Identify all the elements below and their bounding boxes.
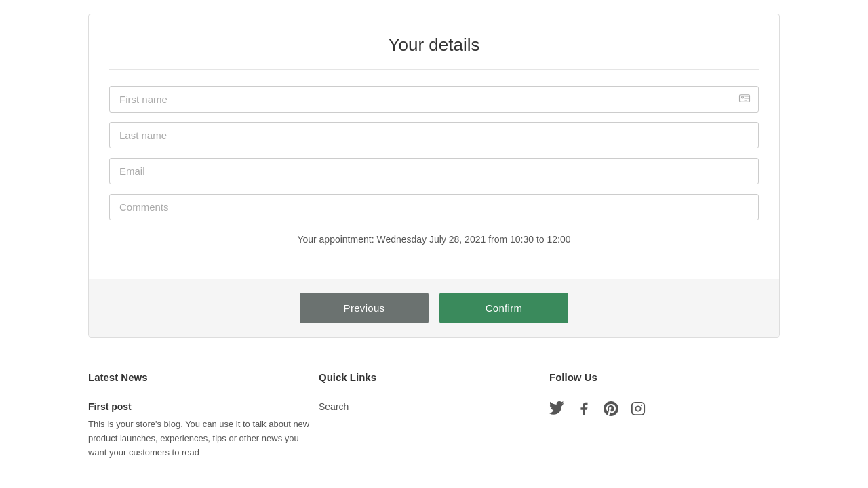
footer-latest-news: Latest News First post This is your stor… [88, 371, 319, 460]
footer-quick-links: Quick Links Search [319, 371, 549, 460]
confirm-button[interactable]: Confirm [439, 293, 568, 323]
post-title: First post [88, 401, 319, 412]
last-name-group [109, 122, 759, 148]
footer-divider-social [549, 390, 780, 390]
svg-point-7 [635, 406, 640, 411]
page-wrapper: Your details [0, 14, 868, 473]
email-input[interactable] [109, 158, 759, 184]
twitter-icon[interactable] [549, 401, 564, 420]
card-divider [109, 69, 759, 70]
footer-divider-links [319, 390, 549, 390]
search-link[interactable]: Search [319, 401, 549, 412]
quick-links-title: Quick Links [319, 371, 549, 383]
comments-input[interactable] [109, 194, 759, 220]
svg-point-8 [641, 405, 642, 406]
email-group [109, 158, 759, 184]
post-excerpt: This is your store's blog. You can use i… [88, 418, 319, 460]
details-card: Your details [88, 14, 780, 338]
instagram-icon[interactable] [631, 401, 646, 420]
page-title: Your details [109, 35, 759, 56]
card-body: Your details [89, 14, 779, 279]
last-name-input[interactable] [109, 122, 759, 148]
site-footer: Latest News First post This is your stor… [0, 351, 868, 473]
social-icons [549, 401, 780, 420]
appointment-text: Your appointment: Wednesday July 28, 202… [109, 234, 759, 245]
card-footer: Previous Confirm [89, 279, 779, 337]
follow-us-title: Follow Us [549, 371, 780, 383]
latest-news-title: Latest News [88, 371, 319, 383]
first-name-group [109, 86, 759, 113]
first-name-input[interactable] [109, 86, 759, 113]
pinterest-icon[interactable] [604, 401, 618, 420]
footer-divider-news [88, 390, 319, 390]
facebook-icon[interactable] [576, 401, 591, 420]
svg-rect-6 [632, 403, 644, 415]
comments-group [109, 194, 759, 220]
previous-button[interactable]: Previous [300, 293, 429, 323]
footer-follow-us: Follow Us [549, 371, 780, 460]
footer-columns: Latest News First post This is your stor… [88, 371, 780, 460]
